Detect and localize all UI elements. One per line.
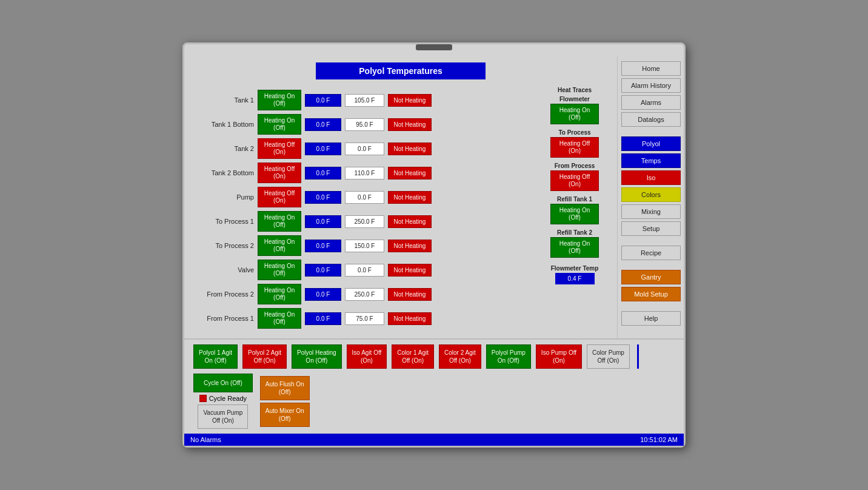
row-label: Tank 2 Bottom: [193, 169, 254, 176]
colors-button[interactable]: Colors: [621, 187, 681, 202]
temp-white-fromprocess1: 75.0 F: [345, 312, 384, 325]
heating-btn-fromprocess2[interactable]: Heating On (Off): [258, 284, 301, 304]
setup-button[interactable]: Setup: [621, 221, 681, 236]
mixing-button[interactable]: Mixing: [621, 204, 681, 219]
color1-agit-button[interactable]: Color 1 Agit Off (On): [392, 344, 434, 369]
not-heating-tank1[interactable]: Not Heating: [388, 94, 432, 107]
to-process-btn[interactable]: Heating Off (On): [550, 137, 599, 158]
temp-white-toprocess1: 250.0 F: [345, 215, 384, 228]
polyol-button[interactable]: Polyol: [621, 136, 681, 151]
refill-tank1-btn[interactable]: Heating On (Off): [550, 204, 599, 224]
row-label: Tank 1: [193, 96, 254, 104]
table-row: Pump Heating Off (On) 0.0 F 0.0 F Not He…: [193, 187, 526, 207]
row-label: To Process 1: [193, 218, 254, 225]
polyol-pump-button[interactable]: Polyol Pump On (Off): [486, 344, 531, 369]
temp-white-valve: 0.0 F: [345, 264, 384, 277]
alarm-history-button[interactable]: Alarm History: [621, 78, 681, 93]
row-label: From Process 1: [193, 315, 254, 322]
not-heating-toprocess2[interactable]: Not Heating: [388, 240, 432, 252]
temp-blue-pump: 0.0 F: [305, 191, 341, 204]
temp-blue-toprocess1: 0.0 F: [305, 215, 341, 228]
table-row: From Process 1 Heating On (Off) 0.0 F 75…: [193, 308, 526, 329]
iso-agit-off-button[interactable]: Iso Agit Off (On): [347, 344, 387, 369]
mold-setup-button[interactable]: Mold Setup: [621, 287, 681, 301]
bottom-divider: [637, 344, 639, 369]
vacuum-pump-button[interactable]: Vacuum Pump Off (On): [198, 404, 248, 429]
time-display: 10:51:02 AM: [640, 436, 678, 443]
recipe-button[interactable]: Recipe: [621, 246, 681, 260]
row-label: Valve: [193, 266, 254, 274]
iso-button[interactable]: Iso: [621, 170, 681, 185]
temp-blue-tank1: 0.0 F: [305, 94, 341, 107]
to-process-label: To Process: [541, 129, 608, 136]
not-heating-tank1b[interactable]: Not Heating: [388, 118, 432, 131]
temp-blue-valve: 0.0 F: [305, 264, 341, 277]
polyol1-agit-button[interactable]: Polyol 1 Agit On (Off): [193, 344, 238, 369]
temp-blue-fromprocess2: 0.0 F: [305, 288, 341, 301]
color2-agit-button[interactable]: Color 2 Agit Off (On): [439, 344, 481, 369]
heating-btn-tank1[interactable]: Heating On (Off): [258, 90, 301, 110]
color-pump-button[interactable]: Color Pump Off (On): [587, 344, 630, 369]
iso-pump-off-button[interactable]: Iso Pump Off (On): [536, 344, 582, 369]
temp-white-toprocess2: 150.0 F: [345, 240, 384, 252]
alarms-button[interactable]: Alarms: [621, 95, 681, 110]
gantry-button[interactable]: Gantry: [621, 270, 681, 284]
temp-white-tank1: 105.0 F: [345, 94, 384, 107]
polyol2-agit-button[interactable]: Polyol 2 Agit Off (On): [242, 344, 287, 369]
table-row: Tank 1 Heating On (Off) 0.0 F 105.0 F No…: [193, 90, 526, 110]
temp-white-pump: 0.0 F: [345, 191, 384, 204]
temp-white-tank2: 0.0 F: [345, 143, 384, 155]
not-heating-pump[interactable]: Not Heating: [388, 191, 432, 204]
not-heating-tank2b[interactable]: Not Heating: [388, 167, 432, 180]
polyol-heating-button[interactable]: Polyol Heating On (Off): [292, 344, 341, 369]
row-label: Pump: [193, 193, 254, 201]
heating-btn-toprocess2[interactable]: Heating On (Off): [258, 235, 301, 256]
table-row: From Process 2 Heating On (Off) 0.0 F 25…: [193, 284, 526, 304]
alarm-status-text: No Alarms: [190, 436, 221, 443]
cycle-on-button[interactable]: Cycle On (Off): [193, 374, 253, 392]
auto-flush-on-button[interactable]: Auto Flush On (Off): [260, 376, 310, 400]
flowmeter-btn[interactable]: Heating On (Off): [550, 104, 599, 124]
not-heating-toprocess1[interactable]: Not Heating: [388, 215, 432, 228]
datalogs-button[interactable]: Datalogs: [621, 112, 681, 127]
heat-traces-label: Heat Traces: [541, 87, 608, 93]
row-label: Tank 1 Bottom: [193, 121, 254, 128]
temp-blue-toprocess2: 0.0 F: [305, 240, 341, 252]
heating-btn-fromprocess1[interactable]: Heating On (Off): [258, 308, 301, 329]
heating-btn-tank2b[interactable]: Heating Off (On): [258, 163, 301, 183]
table-row: To Process 2 Heating On (Off) 0.0 F 150.…: [193, 235, 526, 256]
row-label: From Process 2: [193, 290, 254, 298]
temps-button[interactable]: Temps: [621, 153, 681, 168]
auto-mixer-on-button[interactable]: Auto Mixer On (Off): [260, 403, 310, 427]
temp-blue-fromprocess1: 0.0 F: [305, 312, 341, 325]
temp-white-tank1b: 95.0 F: [345, 118, 384, 131]
from-process-btn[interactable]: Heating Off (On): [550, 170, 599, 191]
not-heating-fromprocess1[interactable]: Not Heating: [388, 312, 432, 325]
top-bar: [416, 44, 452, 50]
table-row: To Process 1 Heating On (Off) 0.0 F 250.…: [193, 211, 526, 232]
refill-tank2-btn[interactable]: Heating On (Off): [550, 237, 599, 258]
table-row: Valve Heating On (Off) 0.0 F 0.0 F Not H…: [193, 260, 526, 280]
not-heating-fromprocess2[interactable]: Not Heating: [388, 288, 432, 301]
refill-tank2-label: Refill Tank 2: [541, 229, 608, 236]
temp-blue-tank2b: 0.0 F: [305, 167, 341, 180]
table-row: Tank 2 Bottom Heating Off (On) 0.0 F 110…: [193, 163, 526, 183]
right-panel: Home Alarm History Alarms Datalogs Polyo…: [617, 56, 684, 338]
help-button[interactable]: Help: [621, 311, 681, 326]
flowmeter-label: Flowmeter: [541, 96, 608, 102]
not-heating-valve[interactable]: Not Heating: [388, 264, 432, 277]
heating-btn-toprocess1[interactable]: Heating On (Off): [258, 211, 301, 232]
bottom-section: Polyol 1 Agit On (Off) Polyol 2 Agit Off…: [184, 338, 684, 434]
main-screen: Polyol Temperatures Tank 1 Heating On (O…: [182, 42, 686, 448]
flowmeter-temp-label: Flowmeter Temp: [541, 265, 608, 272]
heating-btn-pump[interactable]: Heating Off (On): [258, 187, 301, 207]
not-heating-tank2[interactable]: Not Heating: [388, 143, 432, 155]
home-button[interactable]: Home: [621, 61, 681, 76]
table-row: Tank 2 Heating Off (On) 0.0 F 0.0 F Not …: [193, 138, 526, 159]
row-label: To Process 2: [193, 242, 254, 249]
heating-btn-tank2[interactable]: Heating Off (On): [258, 138, 301, 159]
heating-btn-valve[interactable]: Heating On (Off): [258, 260, 301, 280]
status-bar: No Alarms 10:51:02 AM: [184, 434, 684, 446]
from-process-label: From Process: [541, 163, 608, 169]
heating-btn-tank1b[interactable]: Heating On (Off): [258, 114, 301, 135]
